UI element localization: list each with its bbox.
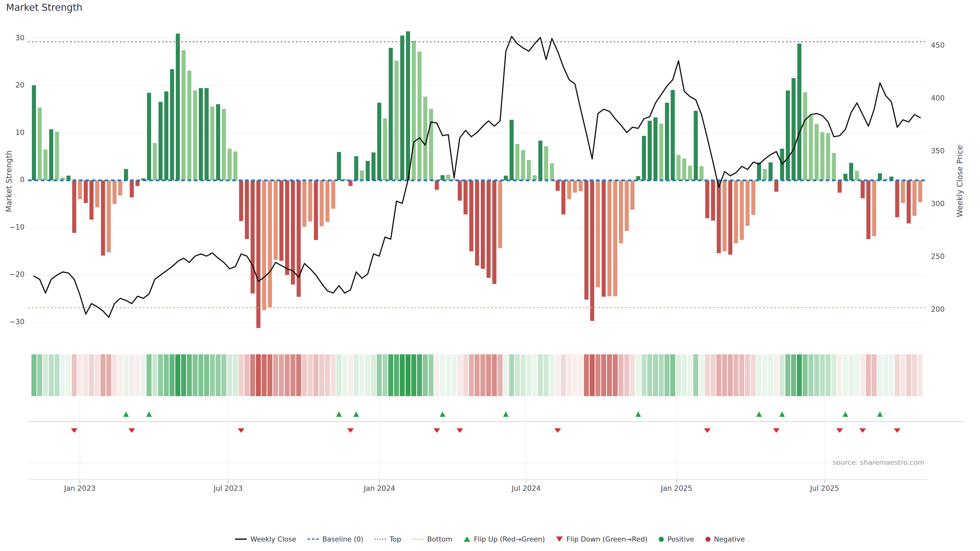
legend-label: Baseline (0) bbox=[322, 535, 363, 543]
heatmap-cell bbox=[854, 354, 859, 396]
strength-bar bbox=[515, 144, 519, 180]
heatmap-cell bbox=[152, 354, 158, 396]
heatmap-cell bbox=[699, 354, 704, 396]
legend-item-positive[interactable]: Positive bbox=[659, 535, 694, 543]
right-axis-tick-label: 350 bbox=[931, 147, 945, 155]
heatmap-cell bbox=[348, 354, 353, 396]
heatmap-cell bbox=[837, 354, 842, 396]
heatmap-cell bbox=[100, 354, 106, 396]
strength-bar bbox=[642, 136, 646, 180]
heatmap-cell bbox=[843, 354, 848, 396]
strength-bar bbox=[331, 180, 335, 209]
heatmap-cell bbox=[607, 354, 612, 396]
market-strength-plot bbox=[0, 0, 980, 551]
strength-bar bbox=[849, 163, 853, 180]
legend-item-negative[interactable]: Negative bbox=[705, 535, 745, 543]
heatmap-cell bbox=[515, 354, 520, 396]
flip-down-marker bbox=[128, 428, 135, 433]
flip-up-marker bbox=[336, 411, 342, 417]
strength-bar bbox=[389, 48, 393, 180]
strength-bar bbox=[855, 171, 859, 180]
heatmap-cell bbox=[112, 354, 117, 396]
heatmap-cell bbox=[290, 354, 296, 396]
heatmap-cell bbox=[78, 354, 83, 396]
strength-bar bbox=[78, 180, 82, 199]
heatmap-cell bbox=[590, 354, 595, 396]
heatmap-cell bbox=[751, 354, 756, 396]
strength-bar bbox=[562, 180, 566, 214]
left-axis-tick-label: 10 bbox=[6, 128, 24, 137]
strength-bar bbox=[625, 180, 629, 231]
heatmap-cell bbox=[912, 354, 917, 396]
strength-bar bbox=[222, 109, 226, 180]
legend-item-baseline[interactable]: Baseline (0) bbox=[307, 535, 363, 543]
heatmap-cell bbox=[457, 354, 463, 396]
strength-bar bbox=[786, 91, 790, 180]
heatmap-cell bbox=[221, 354, 226, 396]
heatmap-cell bbox=[365, 354, 370, 396]
heatmap-cell bbox=[866, 354, 871, 396]
heatmap-cell bbox=[492, 354, 497, 396]
strength-bar bbox=[153, 143, 157, 180]
strength-bar bbox=[705, 180, 709, 218]
heatmap-cell bbox=[192, 354, 198, 396]
heatmap-cell bbox=[757, 354, 762, 396]
heatmap-cell bbox=[826, 354, 831, 396]
strength-bar bbox=[285, 180, 289, 275]
heatmap-cell bbox=[262, 354, 267, 396]
heatmap-cell bbox=[670, 354, 675, 396]
heatmap-cell bbox=[774, 354, 779, 396]
strength-bar bbox=[694, 111, 698, 180]
heatmap-cell bbox=[895, 354, 900, 396]
strength-bar bbox=[768, 162, 773, 180]
legend-item-weekly-close[interactable]: Weekly Close bbox=[235, 535, 296, 543]
legend-item-flip-up[interactable]: Flip Up (Red→Green) bbox=[464, 535, 545, 543]
strength-bar bbox=[815, 124, 819, 180]
heatmap-cell bbox=[135, 354, 140, 396]
strength-bar bbox=[49, 129, 53, 180]
heatmap-cell bbox=[227, 354, 232, 396]
strength-bar bbox=[596, 180, 600, 287]
heatmap-cell bbox=[342, 354, 347, 396]
strength-bar bbox=[89, 180, 94, 220]
heatmap-cell bbox=[676, 354, 681, 396]
strength-bar bbox=[550, 163, 554, 180]
left-axis-tick-label: 30 bbox=[6, 34, 24, 42]
strength-bar bbox=[659, 124, 663, 180]
strength-bar bbox=[302, 180, 307, 227]
legend-item-top[interactable]: Top bbox=[375, 535, 401, 543]
heatmap-cell bbox=[417, 354, 422, 396]
weekly-close-swatch-icon bbox=[235, 538, 247, 540]
flip-down-marker bbox=[836, 428, 843, 433]
heatmap-cell bbox=[665, 354, 670, 396]
strength-bar bbox=[579, 180, 583, 191]
legend-item-bottom[interactable]: Bottom bbox=[412, 535, 452, 543]
strength-bar bbox=[711, 180, 715, 221]
top-swatch-icon bbox=[375, 538, 386, 540]
heatmap-cell bbox=[486, 354, 491, 396]
heatmap-cell bbox=[613, 354, 618, 396]
heatmap-cell bbox=[733, 354, 738, 396]
strength-bar bbox=[878, 173, 882, 180]
heatmap-cell bbox=[60, 354, 65, 396]
strength-bar bbox=[280, 180, 283, 261]
strength-bar bbox=[729, 180, 732, 254]
heatmap-cell bbox=[204, 354, 209, 396]
heatmap-cell bbox=[820, 354, 825, 396]
heatmap-cell bbox=[780, 354, 785, 396]
strength-bar bbox=[665, 103, 669, 180]
heatmap-cell bbox=[538, 354, 543, 396]
flip-down-marker bbox=[554, 428, 561, 433]
strength-bar bbox=[366, 161, 370, 180]
legend-item-flip-down[interactable]: Flip Down (Green→Red) bbox=[556, 535, 648, 543]
strength-bar bbox=[700, 166, 703, 180]
heatmap-cell bbox=[694, 354, 698, 396]
heatmap-cell bbox=[423, 354, 428, 396]
positive-swatch-icon bbox=[659, 537, 664, 542]
heatmap-cell bbox=[630, 354, 635, 396]
heatmap-cell bbox=[43, 354, 48, 396]
flip-up-marker bbox=[877, 411, 883, 417]
heatmap-cell bbox=[503, 354, 508, 396]
flip-down-swatch-icon bbox=[556, 537, 563, 542]
negative-swatch-icon bbox=[705, 537, 711, 542]
